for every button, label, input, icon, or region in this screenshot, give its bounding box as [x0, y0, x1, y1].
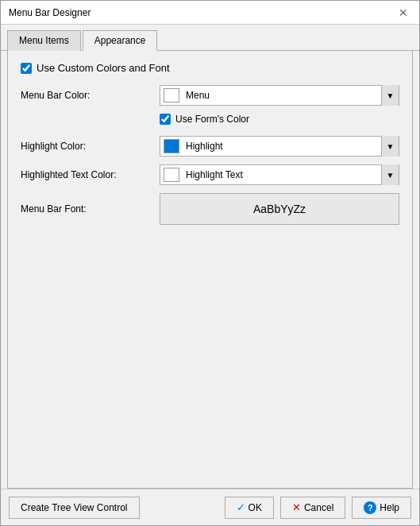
- tab-appearance[interactable]: Appearance: [83, 30, 158, 51]
- highlight-color-arrow: ▼: [381, 136, 399, 157]
- menu-bar-color-label: Menu Bar Color:: [21, 90, 160, 101]
- title-bar: Menu Bar Designer ✕: [1, 1, 419, 25]
- highlighted-text-color-swatch: [164, 168, 179, 182]
- cancel-button[interactable]: ✕ Cancel: [280, 497, 345, 519]
- ok-icon: ✓: [237, 501, 245, 513]
- create-tree-view-label: Create Tree View Control: [21, 502, 128, 513]
- create-tree-view-button[interactable]: Create Tree View Control: [9, 497, 140, 519]
- highlight-color-value: Highlight: [183, 141, 381, 152]
- highlight-color-row: Highlight Color: Highlight ▼: [21, 136, 399, 157]
- highlight-color-control: Highlight ▼: [160, 136, 399, 157]
- footer-right: ✓ OK ✕ Cancel ? Help: [225, 497, 411, 519]
- content-area: Use Custom Colors and Font Menu Bar Colo…: [7, 51, 413, 489]
- tab-menu-items-label: Menu Items: [19, 35, 69, 46]
- footer-left: Create Tree View Control: [9, 497, 140, 519]
- main-window: Menu Bar Designer ✕ Menu Items Appearanc…: [0, 0, 420, 526]
- font-preview-text: AaBbYyZz: [253, 203, 306, 215]
- menu-bar-color-row: Menu Bar Color: Menu ▼: [21, 85, 399, 106]
- use-forms-color-label: Use Form's Color: [175, 114, 249, 125]
- help-button[interactable]: ? Help: [352, 497, 411, 519]
- menu-bar-color-arrow: ▼: [381, 85, 399, 106]
- font-preview[interactable]: AaBbYyZz: [160, 193, 399, 225]
- highlighted-text-color-arrow: ▼: [381, 164, 399, 185]
- highlighted-text-color-label: Highlighted Text Color:: [21, 169, 160, 180]
- help-icon: ?: [364, 501, 376, 514]
- highlighted-text-color-control: Highlight Text ▼: [160, 164, 399, 185]
- help-label: Help: [380, 502, 399, 513]
- highlighted-text-color-row: Highlighted Text Color: Highlight Text ▼: [21, 164, 399, 185]
- use-custom-colors-checkbox[interactable]: [21, 63, 32, 74]
- menu-bar-color-dropdown[interactable]: Menu ▼: [160, 85, 399, 106]
- menu-bar-font-label: Menu Bar Font:: [21, 203, 160, 215]
- close-button[interactable]: ✕: [395, 5, 411, 21]
- window-title: Menu Bar Designer: [9, 7, 91, 18]
- cancel-icon: ✕: [292, 501, 301, 513]
- highlighted-text-color-dropdown[interactable]: Highlight Text ▼: [160, 164, 399, 185]
- menu-bar-color-swatch: [164, 88, 179, 102]
- tab-bar: Menu Items Appearance: [1, 25, 419, 51]
- highlighted-text-color-value: Highlight Text: [183, 169, 381, 180]
- tab-appearance-label: Appearance: [94, 35, 146, 46]
- highlight-color-swatch: [164, 139, 179, 153]
- use-custom-colors-label: Use Custom Colors and Font: [37, 62, 170, 74]
- highlight-color-dropdown[interactable]: Highlight ▼: [160, 136, 399, 157]
- menu-bar-font-row: Menu Bar Font: AaBbYyZz: [21, 193, 399, 225]
- footer: Create Tree View Control ✓ OK ✕ Cancel ?…: [1, 489, 419, 525]
- use-custom-colors-row: Use Custom Colors and Font: [21, 62, 399, 74]
- cancel-label: Cancel: [304, 502, 333, 513]
- tab-menu-items[interactable]: Menu Items: [7, 30, 81, 51]
- ok-label: OK: [249, 502, 262, 513]
- use-forms-color-checkbox[interactable]: [160, 114, 171, 125]
- menu-bar-font-control: AaBbYyZz: [160, 193, 399, 225]
- highlight-color-label: Highlight Color:: [21, 141, 160, 152]
- menu-bar-color-value: Menu: [183, 90, 381, 101]
- use-forms-color-row: Use Form's Color: [160, 114, 399, 125]
- ok-button[interactable]: ✓ OK: [225, 497, 274, 519]
- menu-bar-color-control: Menu ▼: [160, 85, 399, 106]
